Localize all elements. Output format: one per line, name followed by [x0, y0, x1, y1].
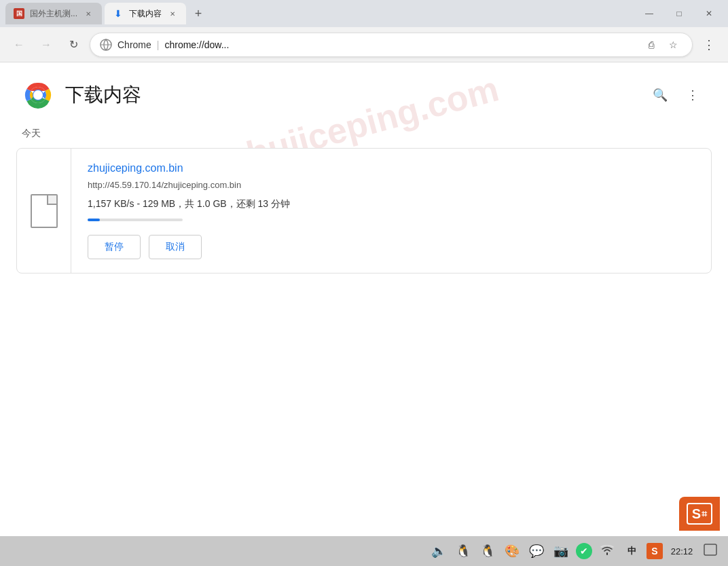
qq-icon-2[interactable]: 🐧 — [478, 542, 497, 561]
tab-label-2: 下载内容 — [129, 8, 162, 20]
address-site-label: Chrome — [117, 39, 151, 50]
progress-bar-container — [88, 219, 183, 221]
tab-downloads[interactable]: ⬇ 下载内容 ✕ — [105, 3, 186, 24]
header-actions: 🔍 ⋮ — [647, 81, 706, 109]
chrome-logo — [22, 79, 54, 111]
check-icon[interactable]: ✔ — [576, 543, 592, 559]
cancel-button[interactable]: 取消 — [149, 235, 202, 259]
svg-rect-4 — [704, 544, 716, 555]
bookmark-button[interactable]: ☆ — [663, 35, 682, 54]
download-arrow-icon: ⬇ — [113, 8, 124, 19]
address-bar[interactable]: Chrome | chrome://dow... ⎙ ☆ — [90, 33, 693, 57]
tab-label-1: 国外主机测... — [30, 8, 77, 20]
new-tab-button[interactable]: + — [189, 4, 208, 23]
downloads-header: 下载内容 🔍 ⋮ — [0, 62, 728, 122]
file-icon-area — [17, 149, 71, 273]
section-today-label: 今天 — [0, 122, 728, 148]
taskbar: 🔈 🐧 🐧 🎨 💬 📷 ✔ 中 S 22:12 — [0, 536, 728, 566]
window-controls: — □ ✕ — [636, 4, 723, 23]
toolbar: ← → ↻ Chrome | chrome://dow... ⎙ ☆ ⋮ — [0, 27, 728, 62]
page-menu-button[interactable]: ⋮ — [679, 81, 706, 109]
close-button[interactable]: ✕ — [695, 4, 723, 23]
search-icon: 🔍 — [653, 88, 668, 102]
color-icon[interactable]: 🎨 — [503, 542, 522, 561]
sohu-icon: S ⌗ — [687, 503, 712, 525]
svg-point-3 — [33, 90, 43, 100]
download-url: http://45.59.170.14/zhujiceping.com.bin — [88, 180, 695, 190]
downloads-page: zhujiceping.com — [0, 62, 728, 536]
forward-button[interactable]: → — [35, 34, 57, 56]
title-bar: 国 国外主机测... ✕ ⬇ 下载内容 ✕ + — □ ✕ — [0, 0, 728, 27]
download-info: zhujiceping.com.bin http://45.59.170.14/… — [71, 149, 711, 273]
qq-icon-1[interactable]: 🐧 — [454, 542, 473, 561]
volume-icon[interactable]: 🔈 — [429, 542, 448, 561]
clock: 22:12 — [668, 546, 695, 556]
minimize-button[interactable]: — — [636, 4, 663, 23]
progress-bar-fill — [88, 219, 100, 221]
download-filename[interactable]: zhujiceping.com.bin — [88, 162, 695, 174]
download-card: zhujiceping.com.bin http://45.59.170.14/… — [16, 148, 712, 273]
language-indicator[interactable]: 中 — [622, 542, 641, 561]
search-button[interactable]: 🔍 — [647, 81, 674, 109]
wechat-icon[interactable]: 💬 — [527, 542, 546, 561]
pause-button[interactable]: 暂停 — [88, 235, 141, 259]
download-buttons: 暂停 取消 — [88, 235, 695, 259]
sohu-overlay[interactable]: S ⌗ — [679, 497, 720, 531]
dots-icon: ⋮ — [687, 88, 699, 102]
maximize-button[interactable]: □ — [666, 4, 693, 23]
notification-icon[interactable] — [701, 542, 720, 561]
tab-close-2[interactable]: ✕ — [167, 8, 178, 19]
share-button[interactable]: ⎙ — [642, 35, 661, 54]
chrome-globe-icon — [100, 39, 112, 51]
file-icon — [31, 194, 58, 228]
address-divider: | — [157, 39, 160, 50]
tab-close-1[interactable]: ✕ — [83, 8, 94, 19]
tab-foreign-host[interactable]: 国 国外主机测... ✕ — [5, 3, 102, 24]
tab-favicon-1: 国 — [14, 8, 24, 19]
reload-button[interactable]: ↻ — [62, 34, 84, 56]
address-actions: ⎙ ☆ — [642, 35, 682, 54]
camera-icon[interactable]: 📷 — [551, 542, 570, 561]
address-url: chrome://dow... — [164, 39, 636, 50]
page-title: 下载内容 — [65, 82, 141, 108]
sohu-taskbar-icon[interactable]: S — [647, 543, 663, 559]
download-progress-text: 1,157 KB/s - 129 MB，共 1.0 GB，还剩 13 分钟 — [88, 198, 695, 210]
back-button[interactable]: ← — [8, 34, 30, 56]
toolbar-menu-button[interactable]: ⋮ — [698, 34, 720, 56]
wifi-icon[interactable] — [598, 542, 617, 561]
